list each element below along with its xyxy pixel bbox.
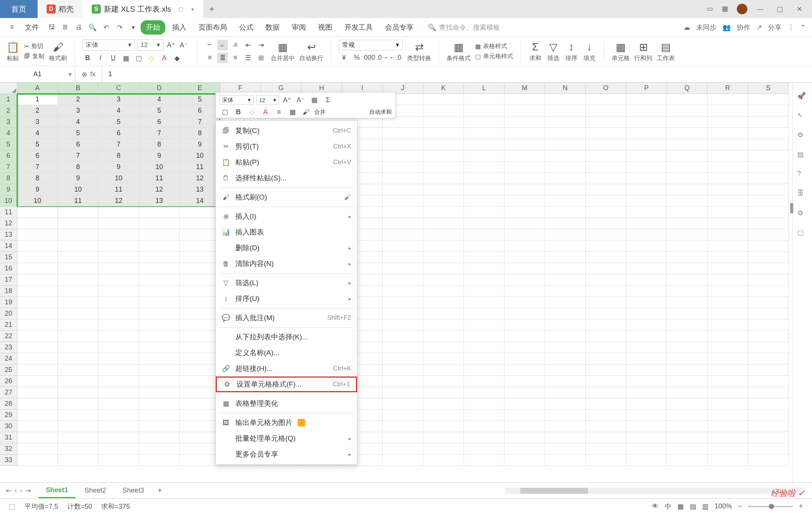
filter-group[interactable]: ▽筛选	[547, 40, 560, 62]
cell-C23[interactable]	[98, 342, 139, 353]
cell-E18[interactable]	[180, 286, 220, 297]
save-icon[interactable]: 🖫	[46, 21, 58, 33]
horizontal-scrollbar[interactable]	[505, 488, 806, 494]
cell-style-button[interactable]: ▢单元格样式	[475, 53, 513, 60]
cell-J10[interactable]	[383, 195, 423, 207]
cell-Q27[interactable]	[667, 387, 707, 398]
cell-S17[interactable]	[748, 274, 789, 286]
row-header-17[interactable]: 17	[0, 274, 17, 286]
cm-export-image[interactable]: 🖼输出单元格为图片	[216, 415, 357, 431]
cell-D27[interactable]	[139, 387, 180, 398]
cell-A3[interactable]: 3	[17, 116, 58, 128]
cell-D22[interactable]	[139, 331, 180, 342]
cell-M27[interactable]	[504, 387, 545, 398]
cell-D12[interactable]	[139, 218, 180, 229]
worksheet-group[interactable]: ▤工作表	[657, 40, 675, 62]
cell-E7[interactable]: 11	[180, 162, 220, 173]
align-right-icon[interactable]: ≡	[230, 53, 241, 63]
cell-P28[interactable]	[626, 398, 667, 410]
cell-J17[interactable]	[383, 274, 423, 286]
increase-font-icon[interactable]: A⁺	[166, 40, 176, 50]
cell-L20[interactable]	[464, 308, 504, 319]
tab-add[interactable]: +	[203, 4, 220, 14]
cell-M11[interactable]	[504, 207, 545, 218]
cell-N27[interactable]	[545, 387, 586, 398]
cell-R11[interactable]	[707, 207, 748, 218]
row-header-6[interactable]: 6	[0, 150, 17, 162]
cell-L26[interactable]	[464, 376, 504, 387]
maximize-button[interactable]: ▢	[773, 2, 786, 16]
cell-M23[interactable]	[504, 342, 545, 353]
cell-N21[interactable]	[545, 319, 586, 331]
cell-L11[interactable]	[464, 207, 504, 218]
cell-N31[interactable]	[545, 432, 586, 443]
col-header-E[interactable]: E	[180, 83, 220, 94]
cell-P14[interactable]	[626, 240, 667, 252]
cell-E13[interactable]	[180, 229, 220, 240]
cell-N4[interactable]	[545, 128, 586, 139]
cell-Q10[interactable]	[667, 195, 707, 207]
collapse-ribbon-icon[interactable]: ⌃	[800, 23, 806, 32]
cell-N10[interactable]	[545, 195, 586, 207]
cell-O14[interactable]	[586, 240, 626, 252]
cell-M19[interactable]	[504, 297, 545, 308]
cell-A30[interactable]	[17, 421, 58, 432]
cell-R9[interactable]	[707, 184, 748, 195]
cell-K21[interactable]	[423, 319, 464, 331]
cell-L9[interactable]	[464, 184, 504, 195]
cm-batch[interactable]: 批量处理单元格(Q)▸	[216, 431, 357, 446]
wrap-group[interactable]: ↩ 自动换行	[299, 40, 323, 62]
row-header-19[interactable]: 19	[0, 297, 17, 308]
cell-O29[interactable]	[586, 410, 626, 421]
cell-S22[interactable]	[748, 331, 789, 342]
cell-K18[interactable]	[423, 286, 464, 297]
cell-S25[interactable]	[748, 364, 789, 376]
cell-Q18[interactable]	[667, 286, 707, 297]
cell-N14[interactable]	[545, 240, 586, 252]
mini-increase-font-icon[interactable]: A⁺	[282, 95, 292, 105]
cell-Q1[interactable]	[667, 94, 707, 105]
cell-J33[interactable]	[383, 455, 423, 466]
cell-O21[interactable]	[586, 319, 626, 331]
cell-E28[interactable]	[180, 398, 220, 410]
cell-B10[interactable]: 11	[58, 195, 98, 207]
command-search[interactable]: 🔍 查找命令、搜索模板	[428, 23, 500, 32]
cell-J31[interactable]	[383, 432, 423, 443]
cell-B31[interactable]	[58, 432, 98, 443]
cell-A20[interactable]	[17, 308, 58, 319]
cell-A1[interactable]: 1	[17, 94, 58, 105]
cell-S13[interactable]	[748, 229, 789, 240]
cell-Q24[interactable]	[667, 353, 707, 364]
cell-D9[interactable]: 12	[139, 184, 180, 195]
cell-Q32[interactable]	[667, 443, 707, 455]
cell-S12[interactable]	[748, 218, 789, 229]
cell-O28[interactable]	[586, 398, 626, 410]
cell-K3[interactable]	[423, 116, 464, 128]
row-header-10[interactable]: 10	[0, 195, 17, 207]
cell-A15[interactable]	[17, 252, 58, 263]
cell-N6[interactable]	[545, 150, 586, 162]
cell-P20[interactable]	[626, 308, 667, 319]
cell-O6[interactable]	[586, 150, 626, 162]
cell-L33[interactable]	[464, 455, 504, 466]
cell-B17[interactable]	[58, 274, 98, 286]
zoom-in-button[interactable]: +	[799, 502, 803, 510]
cell-E6[interactable]: 10	[180, 150, 220, 162]
col-header-K[interactable]: K	[423, 83, 464, 94]
cell-O32[interactable]	[586, 443, 626, 455]
menu-file[interactable]: 文件	[20, 20, 44, 35]
cell-B4[interactable]: 5	[58, 128, 98, 139]
cell-Q17[interactable]	[667, 274, 707, 286]
cell-O17[interactable]	[586, 274, 626, 286]
cell-B27[interactable]	[58, 387, 98, 398]
cell-L17[interactable]	[464, 274, 504, 286]
cm-insert-chart[interactable]: 📊插入图表	[216, 224, 357, 240]
sum-group[interactable]: Σ求和	[529, 40, 542, 62]
cm-more-vip[interactable]: 更多会员专享▸	[216, 446, 357, 462]
cell-M8[interactable]	[504, 173, 545, 184]
cell-K27[interactable]	[423, 387, 464, 398]
row-header-9[interactable]: 9	[0, 184, 17, 195]
cell-J30[interactable]	[383, 421, 423, 432]
cell-Q20[interactable]	[667, 308, 707, 319]
cell-P12[interactable]	[626, 218, 667, 229]
